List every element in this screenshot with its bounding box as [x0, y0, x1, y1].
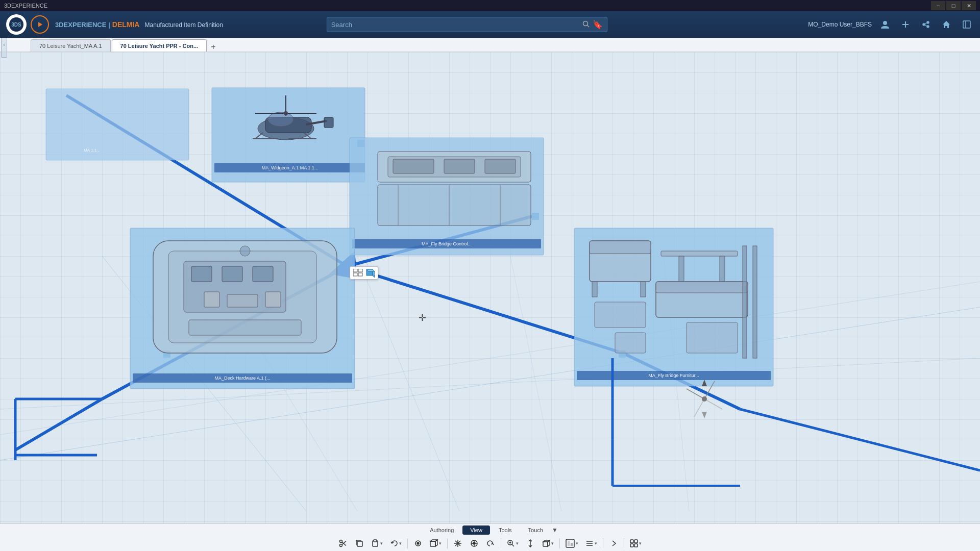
minimize-button[interactable]: − — [931, 1, 945, 10]
svg-rect-85 — [656, 282, 748, 293]
paste-button[interactable]: ▾ — [369, 537, 385, 550]
layout-dropdown-icon: ▾ — [639, 541, 642, 546]
search-button[interactable] — [582, 20, 590, 29]
svg-rect-108 — [358, 273, 362, 276]
svg-rect-147 — [630, 540, 633, 543]
svg-rect-53 — [393, 159, 434, 173]
add-button[interactable] — [898, 17, 913, 32]
toolbar-tab-authoring[interactable]: Authoring — [422, 525, 461, 535]
bookmark-icon[interactable]: 🔖 — [593, 20, 603, 30]
render-dropdown-icon: ▾ — [576, 541, 578, 546]
svg-rect-86 — [595, 302, 646, 328]
3d-viewport[interactable]: MA 1.1... MA_Widgeon_A.1 MA 1.1... — [0, 52, 980, 523]
mini-toolbar[interactable]: + — [350, 266, 378, 280]
pan-vertical-button[interactable] — [523, 537, 537, 550]
svg-point-37 — [268, 112, 293, 127]
svg-rect-71 — [204, 292, 219, 307]
user-profile-button[interactable] — [878, 17, 892, 32]
svg-rect-78 — [590, 241, 651, 254]
view-cube-button[interactable]: ▾ — [540, 537, 556, 550]
svg-line-19 — [510, 256, 561, 511]
svg-rect-79 — [592, 282, 597, 297]
user-label: MO_Demo User_BBFS — [808, 21, 872, 28]
svg-point-8 — [927, 21, 929, 23]
toolbar-tab-tools[interactable]: Tools — [491, 525, 520, 535]
svg-rect-83 — [720, 256, 725, 282]
next-button[interactable] — [606, 537, 621, 550]
header-right: MO_Demo User_BBFS — [808, 17, 974, 32]
svg-point-113 — [340, 540, 342, 543]
svg-text:MA_Fly Bridge Control...: MA_Fly Bridge Control... — [422, 241, 472, 246]
svg-rect-119 — [374, 540, 377, 542]
close-button[interactable]: ✕ — [962, 1, 976, 10]
cube-dropdown-icon: ▾ — [439, 541, 442, 546]
toolbar-separator-5 — [603, 538, 603, 548]
svg-rect-105 — [353, 269, 357, 272]
layout-button[interactable]: ▾ — [627, 537, 644, 550]
svg-rect-67 — [222, 266, 242, 282]
svg-point-70 — [240, 246, 250, 256]
search-input[interactable] — [331, 21, 579, 29]
svg-text:+: + — [374, 273, 375, 278]
section-button[interactable]: ▾ — [583, 537, 600, 550]
zoom-button[interactable]: ▾ — [504, 537, 521, 550]
3d-scene: MA 1.1... MA_Widgeon_A.1 MA 1.1... — [0, 52, 980, 523]
expand-button[interactable] — [960, 17, 974, 32]
svg-rect-66 — [191, 266, 212, 282]
render-style-button[interactable]: ▾ — [563, 537, 581, 550]
svg-rect-68 — [253, 266, 273, 282]
svg-rect-32 — [46, 89, 189, 160]
share-button[interactable] — [919, 17, 933, 32]
svg-text:MA 1.1...: MA 1.1... — [84, 148, 100, 153]
svg-rect-11 — [963, 21, 970, 28]
toolbar-separator-3 — [501, 538, 501, 548]
svg-marker-104 — [702, 412, 707, 418]
svg-rect-90 — [753, 246, 757, 358]
multiselect-button[interactable] — [451, 537, 465, 550]
tab-leisure-yacht[interactable]: 70 Leisure Yacht_MA A.1 — [31, 39, 111, 52]
brand-separator: | — [108, 21, 110, 29]
toolbar-tab-view[interactable]: View — [462, 525, 490, 535]
add-tab-button[interactable]: + — [208, 42, 218, 52]
title-bar: 3DEXPERIENCE − □ ✕ — [0, 0, 980, 11]
svg-rect-143 — [571, 543, 573, 546]
toolbar-separator-2 — [447, 538, 448, 548]
brand-delmia: DELMIA — [112, 20, 140, 29]
scissors-button[interactable] — [336, 537, 350, 550]
fit-button[interactable] — [411, 537, 425, 550]
svg-rect-142 — [568, 541, 570, 546]
pan-button[interactable] — [467, 537, 481, 550]
copy-button[interactable] — [352, 537, 366, 550]
svg-rect-88 — [687, 322, 738, 353]
svg-rect-89 — [743, 246, 747, 358]
viewcube-dropdown-icon: ▾ — [551, 541, 554, 546]
svg-rect-87 — [615, 333, 646, 353]
home-button[interactable] — [939, 17, 953, 32]
svg-rect-56 — [378, 185, 531, 226]
toolbar-buttons: ▾ ▾ ▾ ▾ — [336, 536, 644, 551]
section-dropdown-icon: ▾ — [595, 541, 597, 546]
svg-line-134 — [512, 544, 514, 546]
tab-ppr[interactable]: 70 Leisure Yacht PPR - Con... — [112, 39, 207, 52]
toolbar-separator-4 — [559, 538, 560, 548]
crosshair-cursor[interactable]: ✛ — [419, 312, 426, 323]
svg-rect-55 — [485, 159, 516, 173]
svg-rect-69 — [189, 320, 301, 335]
app-name: 3DEXPERIENCE | DELMIA Manufactured Item … — [55, 20, 223, 29]
svg-marker-2 — [38, 22, 42, 27]
svg-text:MA_Widgeon_A.1 MA 1.1...: MA_Widgeon_A.1 MA 1.1... — [262, 165, 318, 170]
play-button[interactable] — [31, 15, 49, 34]
svg-rect-81 — [661, 251, 738, 256]
toolbar-tab-touch[interactable]: Touch — [521, 525, 551, 535]
maximize-button[interactable]: □ — [946, 1, 961, 10]
cube-view-button[interactable]: ▾ — [427, 537, 444, 550]
svg-rect-39 — [324, 117, 333, 128]
undo-button[interactable]: ▾ — [387, 537, 404, 550]
search-bar[interactable]: 🔖 — [327, 17, 607, 32]
toolbar-separator-1 — [407, 538, 408, 548]
toolbar-tab-row: Authoring View Tools Touch ▼ — [422, 524, 558, 536]
svg-point-114 — [340, 544, 342, 547]
toolbar-tab-dropdown[interactable]: ▼ — [552, 527, 558, 534]
svg-rect-148 — [634, 540, 638, 543]
rotate-back-button[interactable] — [483, 537, 498, 550]
